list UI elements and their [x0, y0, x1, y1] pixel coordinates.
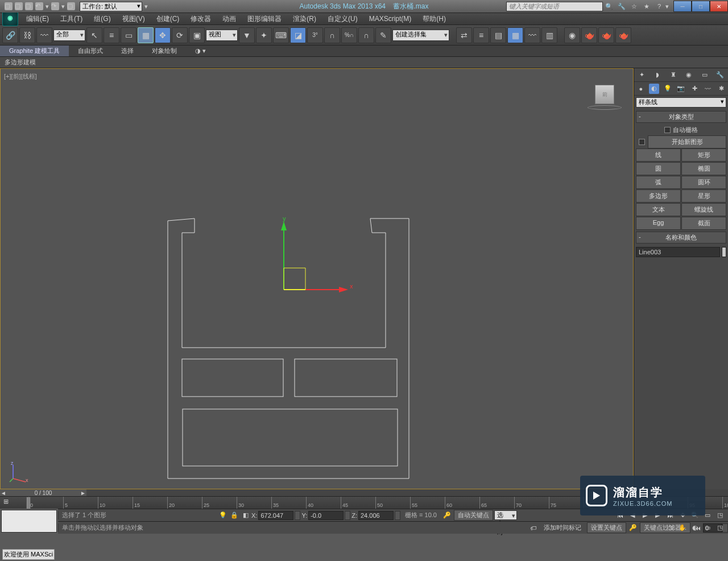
search-input[interactable]	[506, 2, 603, 11]
percent-snap-icon[interactable]: ∩	[324, 27, 340, 43]
select-manipulate-icon[interactable]: ✦	[256, 27, 272, 43]
use-pivot-icon[interactable]: ▼	[239, 27, 255, 43]
redo-icon[interactable]: ↷	[51, 2, 59, 10]
hierarchy-tab-icon[interactable]: ♜	[668, 70, 679, 80]
x-input[interactable]	[258, 511, 293, 520]
startnew-checkbox[interactable]	[639, 139, 645, 145]
scroll-left-icon[interactable]: ◄	[0, 490, 7, 496]
menu-animation[interactable]: 动画	[217, 14, 242, 24]
menu-help[interactable]: 帮助(H)	[417, 14, 452, 24]
render-icon[interactable]: 🫖	[615, 27, 631, 43]
maximize-button[interactable]: □	[692, 1, 710, 12]
named-sel-dropdown[interactable]: 创建选择集	[392, 30, 449, 41]
undo-icon[interactable]: ↶	[35, 2, 43, 10]
z-spinner[interactable]	[395, 511, 400, 520]
object-color-swatch[interactable]	[722, 247, 726, 257]
script-listener[interactable]	[1, 510, 57, 533]
arc-button[interactable]: 弧	[636, 176, 681, 189]
menu-edit[interactable]: 编辑(E)	[20, 14, 55, 24]
isolate-icon[interactable]: ◧	[240, 510, 251, 521]
menu-views[interactable]: 视图(V)	[117, 14, 151, 24]
modify-tab-icon[interactable]: ◗	[652, 70, 663, 80]
render-frame-icon[interactable]: 🫖	[598, 27, 614, 43]
y-spinner[interactable]	[345, 511, 350, 520]
window-crossing-icon[interactable]: ▦	[138, 27, 154, 43]
helpers-cat-icon[interactable]: ✚	[689, 84, 700, 94]
cameras-cat-icon[interactable]: 📷	[676, 84, 686, 94]
nav-walk-icon[interactable]: ◐	[689, 522, 701, 534]
time-config-icon[interactable]: ⏱	[664, 522, 676, 534]
nav-fov-icon[interactable]: ◳	[714, 510, 726, 521]
new-icon[interactable]: ▢	[5, 2, 13, 10]
autogrid-checkbox[interactable]	[664, 127, 671, 133]
start-new-shape-button[interactable]: 开始新图形	[648, 135, 726, 148]
spacewarps-cat-icon[interactable]: 〰	[703, 84, 713, 94]
binoculars-icon[interactable]: 🔍	[604, 1, 614, 11]
open-icon[interactable]: ▢	[15, 2, 23, 10]
angle-snap-icon[interactable]: 3°	[307, 27, 323, 43]
helix-button[interactable]: 螺旋线	[681, 203, 726, 216]
select-by-name-icon[interactable]: ≡	[104, 27, 119, 43]
layers-icon[interactable]: ▤	[490, 27, 506, 43]
curve-editor-icon[interactable]: 〰	[524, 27, 540, 43]
menu-tools[interactable]: 工具(T)	[55, 14, 88, 24]
line-button[interactable]: 线	[636, 148, 681, 162]
circle-button[interactable]: 圆	[636, 162, 681, 175]
timeline-config-icon[interactable]: ⊞	[3, 498, 9, 505]
menu-rendering[interactable]: 渲染(R)	[287, 14, 322, 24]
menu-create[interactable]: 创建(C)	[151, 14, 185, 24]
select-scale-icon[interactable]: ▣	[189, 27, 205, 43]
close-button[interactable]: ✕	[710, 1, 728, 12]
ref-coord-dropdown[interactable]: 视图	[206, 30, 238, 41]
ribbon-tab-more-icon[interactable]: ◑ ▾	[186, 46, 215, 56]
scroll-right-icon[interactable]: ►	[80, 490, 86, 496]
frame-indicator[interactable]: 0 / 100	[7, 490, 80, 496]
save-icon[interactable]: ▢	[25, 2, 33, 10]
key-toggle-icon[interactable]: 🔑	[441, 510, 453, 521]
ngon-button[interactable]: 多边形	[636, 189, 681, 203]
rectangle-button[interactable]: 矩形	[681, 148, 726, 162]
timetag-label[interactable]: 添加时间标记	[539, 523, 586, 532]
ellipse-button[interactable]: 椭圆	[681, 162, 726, 175]
create-tab-icon[interactable]: ✦	[637, 70, 647, 80]
ribbon-panel-label[interactable]: 多边形建模	[0, 57, 728, 68]
select-rotate-icon[interactable]: ⟳	[172, 27, 188, 43]
z-input[interactable]	[358, 511, 394, 520]
menu-group[interactable]: 组(G)	[88, 14, 116, 24]
viewport-front[interactable]: [+][前][线框] 前 y x z	[0, 68, 634, 489]
select-object-icon[interactable]: ↖	[86, 27, 102, 43]
object-name-input[interactable]	[636, 247, 720, 257]
keyboard-toggle-icon[interactable]: ⌨	[273, 27, 289, 43]
selection-filter-dropdown[interactable]: 全部	[53, 30, 85, 41]
edit-named-sel-icon[interactable]: ✎	[375, 27, 391, 43]
ribbon-tab-graphite[interactable]: Graphite 建模工具	[0, 46, 69, 56]
section-button[interactable]: 截面	[681, 217, 726, 230]
nav-orbit-icon[interactable]: ✋	[677, 522, 688, 534]
ribbon-tab-paint[interactable]: 对象绘制	[143, 46, 186, 56]
geometry-cat-icon[interactable]: ●	[636, 84, 646, 94]
help-icon[interactable]: ?	[654, 1, 664, 11]
donut-button[interactable]: 圆环	[681, 176, 726, 189]
nav-max-icon[interactable]: ▭	[702, 522, 713, 534]
mirror-icon[interactable]: ⇄	[456, 27, 472, 43]
link-tool-icon[interactable]: 🔗	[2, 27, 18, 43]
material-editor-icon[interactable]: ◉	[564, 27, 580, 43]
motion-tab-icon[interactable]: ◉	[684, 70, 694, 80]
align-icon[interactable]: ≡	[473, 27, 489, 43]
minimize-button[interactable]: ─	[673, 1, 692, 12]
star-button[interactable]: 星形	[681, 189, 726, 203]
star-icon[interactable]: ☆	[629, 1, 639, 11]
menu-modifiers[interactable]: 修改器	[185, 14, 217, 24]
ribbon-tab-freeform[interactable]: 自由形式	[69, 46, 112, 56]
workspace-dropdown[interactable]: 工作台: 默认	[80, 2, 142, 11]
favorite-icon[interactable]: ★	[642, 1, 652, 11]
systems-cat-icon[interactable]: ✱	[716, 84, 726, 94]
autokey-button[interactable]: 自动关键点	[454, 510, 493, 521]
menu-maxscript[interactable]: MAXScript(M)	[363, 15, 417, 23]
lock-sel-icon[interactable]: 💡	[217, 510, 229, 521]
wrench-icon[interactable]: 🔧	[617, 1, 627, 11]
snap-toggle-icon[interactable]: ◪	[290, 27, 306, 43]
subcategory-dropdown[interactable]: 样条线	[636, 97, 726, 108]
setkey-button[interactable]: 设置关键点	[587, 522, 626, 533]
rollout-name-color[interactable]: -名称和颜色	[636, 232, 726, 244]
